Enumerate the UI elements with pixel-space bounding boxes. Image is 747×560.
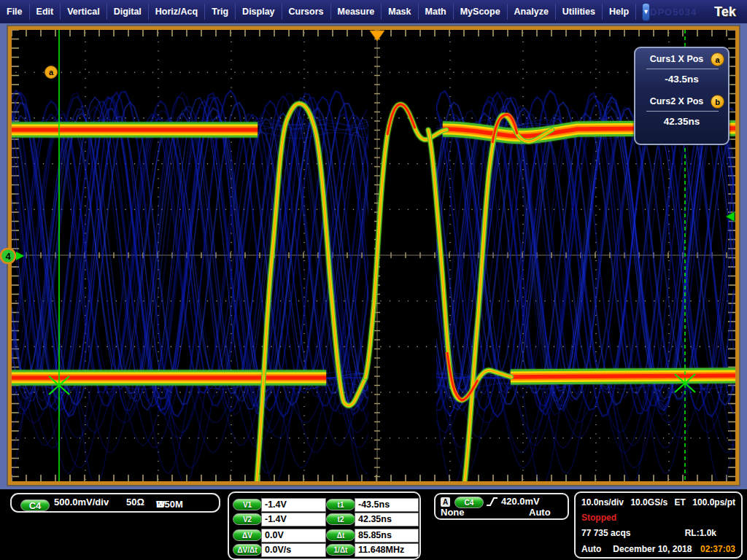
curs1-title-row: Curs1 X Pos a xyxy=(635,54,728,64)
delta-t-value: 85.85ns xyxy=(355,529,419,542)
channel-impedance: 50Ω xyxy=(126,497,144,508)
menu-item-utilities[interactable]: Utilities xyxy=(556,4,603,20)
acq-count: 77 735 acqs xyxy=(581,528,630,538)
cursor-a-badge-icon: a xyxy=(711,52,724,66)
cursor-b-badge-icon: b xyxy=(711,95,724,109)
dv-dt-value: 0.0V/s xyxy=(261,543,326,557)
curs2-label: Curs2 X Pos xyxy=(650,96,704,106)
sample-rate: 10.0GS/s xyxy=(630,497,667,508)
menu-bar: File Edit Vertical Digital Horiz/Acq Tri… xyxy=(0,0,747,23)
trigger-mode: Auto xyxy=(529,507,551,518)
channel-scale: 500.0mV/div xyxy=(54,497,109,508)
t2-value: 42.35ns xyxy=(355,513,419,526)
trigger-a-badge: A xyxy=(441,497,450,507)
t1-pill: t1 xyxy=(326,499,355,510)
time-label: 02:37:03 xyxy=(700,544,735,554)
t1-value: -43.5ns xyxy=(355,498,419,512)
menu-item-digital[interactable]: Digital xyxy=(107,4,149,20)
trigger-readout[interactable]: A C4 420.0mV None Auto xyxy=(434,493,569,520)
readout-divider xyxy=(646,69,719,69)
t2-pill: t2 xyxy=(326,513,355,525)
v2-value: -1.4V xyxy=(261,513,326,526)
menu-item-math[interactable]: Math xyxy=(419,4,454,20)
dv-dt-pill: ΔV/Δt xyxy=(233,544,262,556)
trigger-holdoff: None xyxy=(441,507,465,518)
menu-item-analyze[interactable]: Analyze xyxy=(508,4,556,20)
delta-v-value: 0.0V xyxy=(261,529,326,542)
bottom-readout-bar: C4 500.0mV/div 50Ω BW:350M V1 -1.4V V2 -… xyxy=(0,489,747,560)
curs2-title-row: Curs2 X Pos b xyxy=(635,96,728,106)
menu-item-edit[interactable]: Edit xyxy=(30,4,61,20)
menu-item-measure[interactable]: Measure xyxy=(331,4,382,20)
menu-item-file[interactable]: File xyxy=(0,4,30,20)
menu-item-help[interactable]: Help xyxy=(603,4,636,20)
rising-edge-icon xyxy=(486,496,498,510)
delta-v-pill: ΔV xyxy=(233,529,262,541)
menu-item-trig[interactable]: Trig xyxy=(205,4,236,20)
record-length: RL:1.0k xyxy=(685,528,716,538)
menu-overflow-button[interactable]: ▼ xyxy=(642,3,650,21)
cursor-measurement-panel: V1 -1.4V V2 -1.4V ΔV 0.0V ΔV/Δt 0.0V/s t… xyxy=(228,491,421,560)
menu-item-display[interactable]: Display xyxy=(236,4,282,20)
menu-item-myscope[interactable]: MyScope xyxy=(454,4,508,20)
oscilloscope-screen: File Edit Vertical Digital Horiz/Acq Tri… xyxy=(0,0,747,560)
chevron-down-icon: ▼ xyxy=(643,8,649,15)
channel-readout[interactable]: C4 500.0mV/div 50Ω BW:350M xyxy=(10,493,220,513)
v2-pill: V2 xyxy=(233,513,262,525)
menu-item-cursors[interactable]: Cursors xyxy=(282,4,331,20)
curs2-value: 42.35ns xyxy=(635,116,728,127)
tek-logo: Tek xyxy=(714,4,736,20)
date-label: December 10, 2018 xyxy=(613,544,692,554)
v1-value: -1.4V xyxy=(261,498,326,512)
horizontal-acquisition-readout[interactable]: 10.0ns/div 10.0GS/s ET 100.0ps/pt Stoppe… xyxy=(574,491,743,559)
delta-t-pill: Δt xyxy=(326,529,355,541)
v1-pill: V1 xyxy=(233,499,262,510)
model-ghost-text: DPO5034 xyxy=(650,7,697,18)
menu-item-vertical[interactable]: Vertical xyxy=(61,4,107,20)
et-flag: ET xyxy=(675,497,686,508)
one-over-dt-pill: 1/Δt xyxy=(326,544,355,556)
readout-divider xyxy=(646,111,719,112)
trigger-level: 420.0mV xyxy=(501,496,540,507)
curs1-value: -43.5ns xyxy=(635,74,728,85)
trig-mode-label: Auto xyxy=(581,544,601,554)
resolution: 100.0ps/pt xyxy=(692,497,735,508)
acq-status: Stopped xyxy=(581,513,616,523)
curs1-label: Curs1 X Pos xyxy=(650,54,704,64)
cursor-readout-box[interactable]: Curs1 X Pos a -43.5ns Curs2 X Pos b 42.3… xyxy=(634,47,729,145)
channel-c4-pill[interactable]: C4 xyxy=(20,499,50,511)
timebase: 10.0ns/div xyxy=(581,497,624,508)
menu-item-horiz-acq[interactable]: Horiz/Acq xyxy=(149,4,205,20)
one-over-dt-value: 11.648MHz xyxy=(355,543,419,557)
menu-item-mask[interactable]: Mask xyxy=(382,4,418,20)
